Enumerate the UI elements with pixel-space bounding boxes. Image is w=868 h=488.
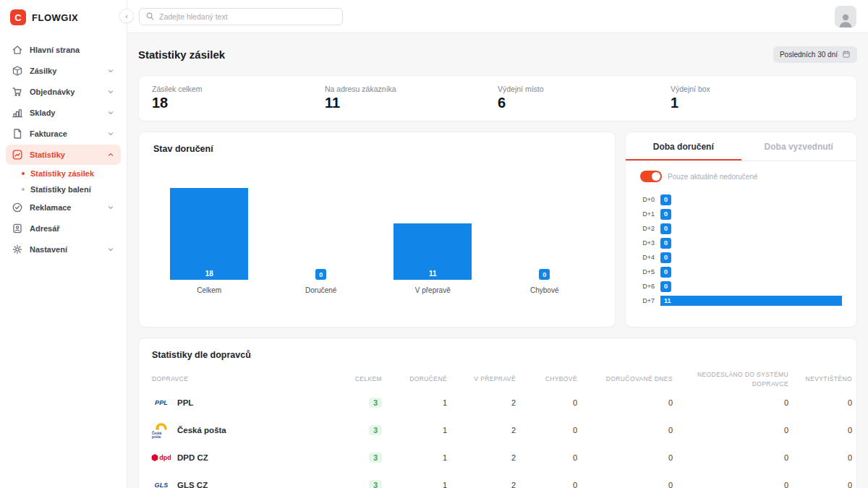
- duration-label: D+1: [630, 210, 655, 218]
- sidebar-item-adresar[interactable]: Adresář: [6, 218, 121, 239]
- value-cell: 0: [788, 426, 852, 435]
- value-cell: 0: [516, 426, 577, 435]
- bullet-icon: [22, 188, 25, 191]
- bar-column: 11V přepravě: [377, 186, 489, 294]
- sidebar-item-label: Hlavní strana: [30, 46, 80, 54]
- zero-badge: 0: [660, 281, 671, 292]
- duration-row: D+10: [630, 207, 842, 221]
- date-range-button[interactable]: Posledních 30 dní: [773, 46, 857, 63]
- duration-track: 0: [660, 223, 842, 234]
- value-cell: 3: [331, 453, 382, 463]
- app-window: C FLOWGIX ‹ Hlavní strana Zásilky Obj: [0, 0, 868, 488]
- total-badge: 3: [369, 453, 382, 463]
- duration-tabs: Doba doručení Doba vyzvednutí: [626, 132, 856, 161]
- duration-track: 0: [660, 238, 842, 249]
- column-header: DORUČOVANÉ DNES: [577, 374, 673, 384]
- delivery-chart-title: Stav doručení: [153, 144, 600, 154]
- stat-value: 11: [325, 95, 498, 111]
- undelivered-only-toggle[interactable]: [640, 171, 662, 182]
- total-badge: 3: [369, 425, 382, 435]
- carriers-table-body: PPLPPL3120000Česká poštaČeská pošta31200…: [152, 389, 843, 488]
- claims-icon: [12, 202, 23, 213]
- tab-doba-doruceni[interactable]: Doba doručení: [626, 132, 741, 160]
- carriers-card: Statistiky dle dopravců DOPRAVCECELKEMDO…: [138, 338, 857, 488]
- sidebar-subitem-statistiky-zasilek[interactable]: Statistiky zásilek: [6, 166, 121, 181]
- sidebar-item-objednavky[interactable]: Objednávky: [6, 82, 121, 102]
- toggle-label: Pouze aktuálně nedoručené: [668, 173, 758, 181]
- column-header: NEODESLÁNO DO SYSTÉMU DOPRAVCE: [673, 370, 788, 389]
- stats-icon: [12, 149, 23, 160]
- sidebar-item-hlavni-strana[interactable]: Hlavní strana: [6, 40, 121, 60]
- sidebar-item-statistiky[interactable]: Statistiky: [6, 145, 121, 165]
- warehouse-icon: [12, 107, 23, 119]
- duration-row: D+20: [630, 221, 842, 236]
- duration-row: D+50: [630, 265, 842, 279]
- sidebar-item-label: Reklamace: [30, 203, 72, 212]
- sidebar-subitem-statistiky-baleni[interactable]: Statistiky balení: [6, 181, 121, 197]
- gear-icon: [12, 244, 23, 255]
- duration-panel-card: Doba doručení Doba vyzvednutí Pouze aktu…: [625, 132, 857, 328]
- sidebar-collapse-button[interactable]: ‹: [119, 9, 134, 23]
- value-cell: 0: [577, 453, 673, 462]
- topbar: [127, 0, 868, 33]
- sidebar-item-zasilky[interactable]: Zásilky: [6, 61, 121, 81]
- stat-label: Výdejní místo: [498, 85, 671, 93]
- carrier-cell: dpdDPD CZ: [152, 453, 331, 462]
- zero-badge: 0: [660, 267, 671, 278]
- table-row: GLSGLS CZ3120000: [152, 471, 843, 488]
- cart-icon: [12, 86, 23, 98]
- delivery-chart: 18Celkem0Doručené11V přepravě0Chybové: [153, 186, 600, 294]
- tab-doba-vyzvednuti[interactable]: Doba vyzvednutí: [741, 132, 857, 160]
- main-area: Statistiky zásilek Posledních 30 dní Zás…: [127, 0, 868, 488]
- duration-row: D+711: [630, 294, 842, 308]
- duration-track: 0: [660, 267, 842, 278]
- carriers-table-header: DOPRAVCECELKEMDORUČENÉV PŘEPRAVĚCHYBOVÉD…: [152, 370, 843, 389]
- sidebar-subitem-label: Statistiky balení: [30, 185, 91, 194]
- bar-plot: 0: [265, 186, 378, 280]
- toggle-row: Pouze aktuálně nedoručené: [626, 161, 856, 185]
- value-cell: 2: [447, 426, 516, 435]
- stat-value: 6: [498, 95, 671, 111]
- brand-name: FLOWGIX: [32, 12, 78, 23]
- stat-na-adresu-zakaznika: Na adresu zákazníka 11: [325, 85, 498, 114]
- duration-label: D+3: [630, 239, 655, 247]
- chevron-down-icon: [106, 129, 115, 138]
- value-cell: 3: [331, 480, 382, 488]
- sidebar-item-reklamace[interactable]: Reklamace: [6, 197, 121, 218]
- sidebar-item-sklady[interactable]: Sklady: [6, 103, 121, 123]
- chevron-down-icon: [106, 245, 115, 254]
- search-icon: [145, 12, 155, 21]
- chevron-down-icon: [106, 203, 115, 212]
- ppl-logo: PPL: [152, 399, 171, 406]
- table-row: PPLPPL3120000: [152, 389, 843, 416]
- chevron-up-icon: [106, 150, 115, 159]
- duration-track: 11: [660, 296, 842, 306]
- value-cell: 0: [788, 398, 852, 407]
- sidebar-item-label: Statistiky: [30, 150, 65, 159]
- cp-logo-text: Česká pošta: [152, 432, 171, 439]
- bar-category-label: Chybové: [530, 286, 558, 294]
- gls-logo: GLS: [152, 481, 171, 488]
- home-icon: [12, 44, 23, 56]
- duration-label: D+7: [630, 297, 655, 304]
- avatar[interactable]: [835, 6, 856, 27]
- brand: C FLOWGIX: [0, 0, 127, 37]
- carrier-name: Česká pošta: [177, 426, 226, 435]
- sidebar-item-label: Fakturace: [30, 129, 67, 138]
- duration-track: 0: [660, 281, 842, 292]
- toggle-knob: [652, 172, 660, 181]
- content: Statistiky zásilek Posledních 30 dní Zás…: [127, 33, 868, 488]
- value-cell: 2: [447, 398, 516, 407]
- bar-category-label: Celkem: [197, 286, 221, 294]
- bar-column: 0Chybové: [489, 186, 601, 294]
- total-badge: 3: [369, 398, 382, 408]
- chevron-down-icon: [106, 67, 115, 75]
- value-cell: 0: [577, 426, 673, 435]
- duration-track: 0: [660, 209, 842, 220]
- cp-logo: Česká pošta: [152, 421, 171, 439]
- sidebar-item-fakturace[interactable]: Fakturace: [6, 124, 121, 144]
- sidebar-item-nastaveni[interactable]: Nastavení: [6, 239, 121, 260]
- search-input[interactable]: [159, 12, 336, 21]
- bar-category-label: V přepravě: [415, 286, 451, 294]
- sidebar-item-label: Sklady: [30, 108, 55, 117]
